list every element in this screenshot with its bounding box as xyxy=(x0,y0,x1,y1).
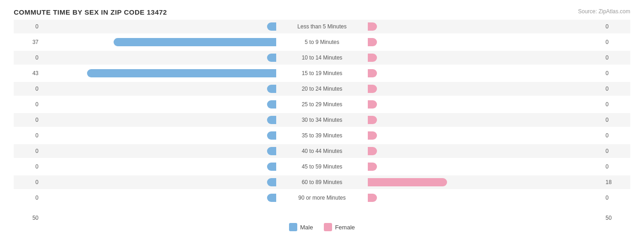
row-label: 35 to 39 Minutes xyxy=(276,132,368,139)
male-bar xyxy=(267,54,276,62)
female-value: 0 xyxy=(603,132,630,139)
female-value: 0 xyxy=(603,117,630,123)
female-label: Female xyxy=(335,224,355,231)
axis-left-label: 50 xyxy=(14,215,41,221)
chart-row: 0 35 to 39 Minutes 0 xyxy=(14,129,630,142)
row-inner: 0 20 to 24 Minutes 0 xyxy=(14,82,630,96)
female-value: 0 xyxy=(603,195,630,201)
female-value: 0 xyxy=(603,148,630,154)
row-inner: 0 30 to 34 Minutes 0 xyxy=(14,113,630,127)
row-inner: 0 25 to 29 Minutes 0 xyxy=(14,98,630,111)
male-bar-container xyxy=(41,22,276,31)
male-bar-container xyxy=(41,100,276,109)
male-bar xyxy=(267,163,276,171)
row-inner: 0 40 to 44 Minutes 0 xyxy=(14,144,630,158)
source-label: Source: ZipAtlas.com xyxy=(578,8,630,15)
male-bar xyxy=(267,22,276,31)
axis-right-label: 50 xyxy=(603,215,630,221)
chart-row: 0 20 to 24 Minutes 0 xyxy=(14,82,630,96)
female-value: 0 xyxy=(603,70,630,76)
female-bar xyxy=(368,116,377,124)
female-bar-container xyxy=(368,22,603,31)
male-bar xyxy=(114,38,276,46)
male-bar xyxy=(267,116,276,124)
female-bar-container xyxy=(368,100,603,109)
female-value: 0 xyxy=(603,86,630,92)
row-label: 25 to 29 Minutes xyxy=(276,101,368,108)
female-bar-container xyxy=(368,69,603,77)
female-bar xyxy=(368,147,377,155)
male-bar xyxy=(267,85,276,93)
male-value: 0 xyxy=(14,54,41,61)
male-value: 0 xyxy=(14,117,41,123)
female-bar-container xyxy=(368,38,603,46)
male-bar-container xyxy=(41,131,276,140)
female-bar xyxy=(368,69,377,77)
female-bar-container xyxy=(368,54,603,62)
male-bar-container xyxy=(41,85,276,93)
male-value: 37 xyxy=(14,39,41,45)
male-label: Male xyxy=(300,224,313,231)
row-inner: 43 15 to 19 Minutes 0 xyxy=(14,66,630,80)
female-bar xyxy=(368,178,447,186)
male-bar-container xyxy=(41,163,276,171)
row-inner: 0 10 to 14 Minutes 0 xyxy=(14,51,630,65)
male-bar xyxy=(267,131,276,140)
female-value: 0 xyxy=(603,101,630,108)
female-bar xyxy=(368,194,377,202)
row-inner: 0 45 to 59 Minutes 0 xyxy=(14,160,630,174)
row-label: 30 to 34 Minutes xyxy=(276,117,368,123)
row-label: 40 to 44 Minutes xyxy=(276,148,368,154)
row-inner: 37 5 to 9 Minutes 0 xyxy=(14,35,630,49)
female-bar-container xyxy=(368,131,603,140)
female-bar xyxy=(368,22,377,31)
female-bar xyxy=(368,54,377,62)
female-bar xyxy=(368,85,377,93)
legend-female: Female xyxy=(324,223,355,231)
row-label: 20 to 24 Minutes xyxy=(276,86,368,92)
male-bar-container xyxy=(41,178,276,186)
chart-row: 43 15 to 19 Minutes 0 xyxy=(14,66,630,80)
legend-male: Male xyxy=(289,223,313,231)
male-bar xyxy=(267,194,276,202)
female-bar-container xyxy=(368,194,603,202)
female-value: 0 xyxy=(603,39,630,45)
female-bar-container xyxy=(368,147,603,155)
female-value: 18 xyxy=(603,179,630,185)
row-inner: 0 35 to 39 Minutes 0 xyxy=(14,129,630,142)
axis-row: 50 50 xyxy=(14,215,630,221)
male-swatch xyxy=(289,223,297,231)
male-bar-container xyxy=(41,54,276,62)
row-label: Less than 5 Minutes xyxy=(276,23,368,30)
male-value: 0 xyxy=(14,132,41,139)
male-bar xyxy=(267,178,276,186)
female-bar xyxy=(368,163,377,171)
female-bar xyxy=(368,38,377,46)
female-value: 0 xyxy=(603,163,630,170)
row-label: 10 to 14 Minutes xyxy=(276,54,368,61)
male-bar xyxy=(267,147,276,155)
row-inner: 0 Less than 5 Minutes 0 xyxy=(14,20,630,33)
male-bar-container xyxy=(41,194,276,202)
row-label: 60 to 89 Minutes xyxy=(276,179,368,185)
male-value: 43 xyxy=(14,70,41,76)
female-bar xyxy=(368,100,377,109)
male-bar-container xyxy=(41,38,276,46)
row-label: 45 to 59 Minutes xyxy=(276,163,368,170)
chart-row: 0 10 to 14 Minutes 0 xyxy=(14,51,630,65)
female-bar-container xyxy=(368,163,603,171)
male-bar-container xyxy=(41,147,276,155)
legend: Male Female xyxy=(14,223,630,231)
male-bar xyxy=(87,69,276,77)
row-label: 15 to 19 Minutes xyxy=(276,70,368,76)
chart-row: 0 40 to 44 Minutes 0 xyxy=(14,144,630,158)
male-value: 0 xyxy=(14,179,41,185)
female-bar-container xyxy=(368,116,603,124)
chart-title: COMMUTE TIME BY SEX IN ZIP CODE 13472 xyxy=(14,8,630,16)
female-bar-container xyxy=(368,178,603,186)
male-bar xyxy=(267,100,276,109)
row-inner: 0 90 or more Minutes 0 xyxy=(14,191,630,205)
chart-row: 0 25 to 29 Minutes 0 xyxy=(14,98,630,111)
male-value: 0 xyxy=(14,195,41,201)
female-bar-container xyxy=(368,85,603,93)
